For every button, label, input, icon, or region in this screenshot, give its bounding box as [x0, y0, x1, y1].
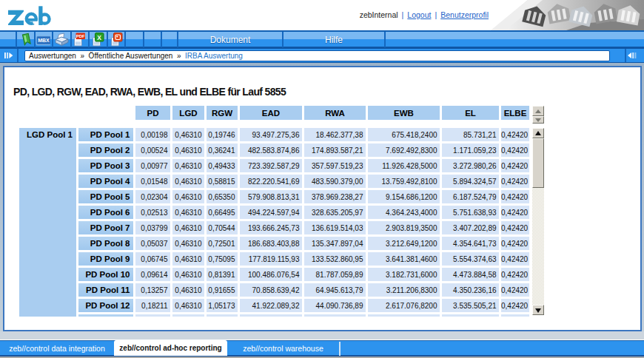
svg-text:MBX: MBX	[38, 38, 50, 43]
svg-text:PDF: PDF	[76, 34, 85, 38]
svg-text:X: X	[97, 34, 101, 41]
